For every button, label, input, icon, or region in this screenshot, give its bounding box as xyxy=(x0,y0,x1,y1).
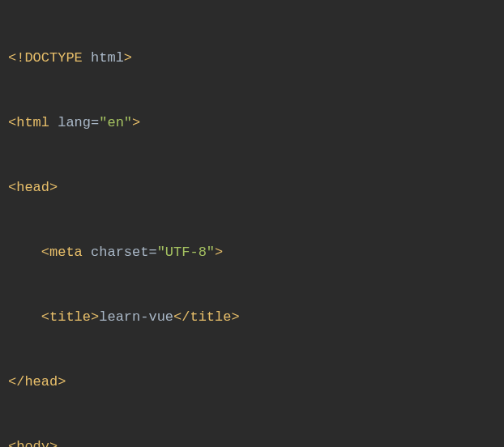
lang-value: "en" xyxy=(99,115,132,130)
doctype-keyword: DOCTYPE xyxy=(24,50,82,66)
charset-attr: charset xyxy=(91,245,148,260)
code-line: <!DOCTYPE html> xyxy=(8,42,496,74)
doctype-id: html xyxy=(91,50,124,66)
code-line: <meta charset="UTF-8"> xyxy=(8,236,496,269)
meta-tag: meta xyxy=(49,245,83,260)
title-tag: title xyxy=(49,309,91,325)
html-tag: html xyxy=(16,115,49,130)
lang-attr: lang xyxy=(58,115,91,130)
code-editor[interactable]: <!DOCTYPE html> <html lang="en"> <head> … xyxy=(0,0,504,447)
code-line: </head> xyxy=(8,366,496,398)
title-text: learn-vue xyxy=(99,309,173,325)
code-line: <head> xyxy=(8,172,496,204)
code-line: <title>learn-vue</title> xyxy=(8,301,496,334)
charset-value: "UTF-8" xyxy=(157,245,215,260)
body-tag: body xyxy=(16,439,49,447)
code-line: <body> xyxy=(8,431,496,447)
code-line: <html lang="en"> xyxy=(8,107,496,139)
head-tag: head xyxy=(16,180,49,195)
doctype-open: <! xyxy=(8,50,24,66)
